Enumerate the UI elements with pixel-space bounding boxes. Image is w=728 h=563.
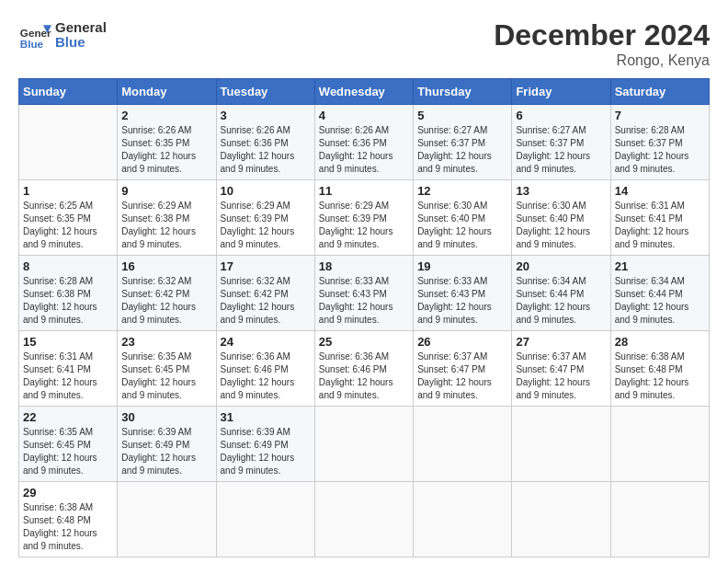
day-info: Sunrise: 6:26 AMSunset: 6:36 PMDaylight:… (319, 124, 409, 176)
day-info: Sunrise: 6:39 AMSunset: 6:49 PMDaylight:… (121, 426, 211, 477)
day-number: 26 (417, 335, 507, 349)
day-info: Sunrise: 6:26 AMSunset: 6:35 PMDaylight:… (121, 124, 211, 176)
day-number: 29 (23, 486, 113, 500)
day-info: Sunrise: 6:31 AMSunset: 6:41 PMDaylight:… (615, 200, 705, 251)
day-number: 9 (121, 184, 211, 198)
col-wednesday: Wednesday (314, 79, 413, 105)
day-number: 11 (319, 184, 409, 198)
calendar-cell: 14Sunrise: 6:31 AMSunset: 6:41 PMDayligh… (610, 180, 709, 256)
calendar-cell: 31Sunrise: 6:39 AMSunset: 6:49 PMDayligh… (216, 407, 314, 482)
logo: General Blue General Blue (18, 18, 107, 52)
calendar-cell (512, 482, 610, 557)
day-number: 4 (319, 109, 409, 122)
col-saturday: Saturday (610, 79, 709, 105)
calendar-cell: 22Sunrise: 6:35 AMSunset: 6:45 PMDayligh… (19, 407, 118, 482)
day-info: Sunrise: 6:31 AMSunset: 6:41 PMDaylight:… (23, 350, 113, 402)
calendar-cell: 9Sunrise: 6:29 AMSunset: 6:38 PMDaylight… (118, 180, 216, 256)
day-info: Sunrise: 6:34 AMSunset: 6:44 PMDaylight:… (516, 275, 606, 327)
location: Rongo, Kenya (494, 52, 710, 69)
calendar-row: 22Sunrise: 6:35 AMSunset: 6:45 PMDayligh… (19, 407, 710, 482)
day-number: 23 (121, 335, 211, 349)
page-header: General Blue General Blue December 2024 … (18, 18, 710, 69)
calendar-cell: 15Sunrise: 6:31 AMSunset: 6:41 PMDayligh… (19, 331, 118, 407)
day-info: Sunrise: 6:29 AMSunset: 6:39 PMDaylight:… (319, 200, 409, 251)
day-info: Sunrise: 6:38 AMSunset: 6:48 PMDaylight:… (615, 350, 705, 402)
day-info: Sunrise: 6:30 AMSunset: 6:40 PMDaylight:… (417, 200, 507, 251)
day-number: 6 (516, 109, 606, 122)
day-info: Sunrise: 6:37 AMSunset: 6:47 PMDaylight:… (417, 350, 507, 402)
title-area: December 2024 Rongo, Kenya (494, 18, 710, 69)
day-number: 1 (23, 184, 113, 198)
day-number: 25 (319, 335, 409, 349)
calendar-cell (610, 482, 709, 557)
col-sunday: Sunday (19, 79, 118, 105)
calendar-cell (414, 407, 512, 482)
day-info: Sunrise: 6:35 AMSunset: 6:45 PMDaylight:… (121, 350, 211, 402)
day-info: Sunrise: 6:29 AMSunset: 6:39 PMDaylight:… (221, 200, 311, 251)
header-row: Sunday Monday Tuesday Wednesday Thursday… (19, 79, 710, 105)
day-number: 15 (23, 335, 113, 349)
calendar-table: Sunday Monday Tuesday Wednesday Thursday… (18, 78, 710, 557)
day-number: 24 (221, 335, 311, 349)
calendar-cell: 2Sunrise: 6:26 AMSunset: 6:35 PMDaylight… (118, 105, 216, 180)
calendar-cell: 10Sunrise: 6:29 AMSunset: 6:39 PMDayligh… (216, 180, 314, 256)
calendar-row: 1Sunrise: 6:25 AMSunset: 6:35 PMDaylight… (19, 180, 710, 256)
day-info: Sunrise: 6:35 AMSunset: 6:45 PMDaylight:… (23, 426, 113, 477)
day-info: Sunrise: 6:30 AMSunset: 6:40 PMDaylight:… (516, 200, 606, 251)
day-number: 16 (121, 259, 211, 273)
calendar-cell: 4Sunrise: 6:26 AMSunset: 6:36 PMDaylight… (314, 105, 413, 180)
day-info: Sunrise: 6:37 AMSunset: 6:47 PMDaylight:… (516, 350, 606, 402)
col-tuesday: Tuesday (216, 79, 314, 105)
day-number: 22 (23, 410, 113, 424)
day-number: 28 (615, 335, 705, 349)
calendar-cell: 8Sunrise: 6:28 AMSunset: 6:38 PMDaylight… (19, 256, 118, 331)
calendar-cell: 11Sunrise: 6:29 AMSunset: 6:39 PMDayligh… (314, 180, 413, 256)
day-info: Sunrise: 6:36 AMSunset: 6:46 PMDaylight:… (221, 350, 311, 402)
day-info: Sunrise: 6:32 AMSunset: 6:42 PMDaylight:… (221, 275, 311, 327)
calendar-cell: 17Sunrise: 6:32 AMSunset: 6:42 PMDayligh… (216, 256, 314, 331)
calendar-cell (19, 105, 118, 180)
calendar-cell (216, 482, 314, 557)
day-number: 2 (121, 109, 211, 122)
calendar-cell: 23Sunrise: 6:35 AMSunset: 6:45 PMDayligh… (118, 331, 216, 407)
day-number: 17 (221, 259, 311, 273)
col-monday: Monday (118, 79, 216, 105)
day-info: Sunrise: 6:38 AMSunset: 6:48 PMDaylight:… (23, 501, 113, 553)
day-number: 5 (417, 109, 507, 122)
calendar-cell: 25Sunrise: 6:36 AMSunset: 6:46 PMDayligh… (314, 331, 413, 407)
day-info: Sunrise: 6:25 AMSunset: 6:35 PMDaylight:… (23, 200, 113, 251)
calendar-cell (512, 407, 610, 482)
calendar-row: 15Sunrise: 6:31 AMSunset: 6:41 PMDayligh… (19, 331, 710, 407)
calendar-cell (118, 482, 216, 557)
day-number: 10 (221, 184, 311, 198)
calendar-cell: 28Sunrise: 6:38 AMSunset: 6:48 PMDayligh… (610, 331, 709, 407)
day-info: Sunrise: 6:33 AMSunset: 6:43 PMDaylight:… (319, 275, 409, 327)
calendar-cell: 7Sunrise: 6:28 AMSunset: 6:37 PMDaylight… (610, 105, 709, 180)
day-info: Sunrise: 6:39 AMSunset: 6:49 PMDaylight:… (221, 426, 311, 477)
day-number: 19 (417, 259, 507, 273)
calendar-cell: 26Sunrise: 6:37 AMSunset: 6:47 PMDayligh… (414, 331, 512, 407)
day-info: Sunrise: 6:27 AMSunset: 6:37 PMDaylight:… (516, 124, 606, 176)
day-number: 3 (221, 109, 311, 122)
day-number: 13 (516, 184, 606, 198)
col-friday: Friday (512, 79, 610, 105)
day-number: 21 (615, 259, 705, 273)
calendar-cell: 27Sunrise: 6:37 AMSunset: 6:47 PMDayligh… (512, 331, 610, 407)
calendar-cell: 19Sunrise: 6:33 AMSunset: 6:43 PMDayligh… (414, 256, 512, 331)
calendar-cell: 20Sunrise: 6:34 AMSunset: 6:44 PMDayligh… (512, 256, 610, 331)
logo-text: General Blue (55, 20, 107, 51)
day-info: Sunrise: 6:32 AMSunset: 6:42 PMDaylight:… (121, 275, 211, 327)
day-number: 31 (221, 410, 311, 424)
col-thursday: Thursday (414, 79, 512, 105)
calendar-cell: 3Sunrise: 6:26 AMSunset: 6:36 PMDaylight… (216, 105, 314, 180)
calendar-cell: 13Sunrise: 6:30 AMSunset: 6:40 PMDayligh… (512, 180, 610, 256)
calendar-cell: 21Sunrise: 6:34 AMSunset: 6:44 PMDayligh… (610, 256, 709, 331)
calendar-cell: 29Sunrise: 6:38 AMSunset: 6:48 PMDayligh… (19, 482, 118, 557)
calendar-row: 29Sunrise: 6:38 AMSunset: 6:48 PMDayligh… (19, 482, 710, 557)
day-number: 30 (121, 410, 211, 424)
calendar-cell: 16Sunrise: 6:32 AMSunset: 6:42 PMDayligh… (118, 256, 216, 331)
day-number: 7 (615, 109, 705, 122)
calendar-cell (610, 407, 709, 482)
calendar-cell: 24Sunrise: 6:36 AMSunset: 6:46 PMDayligh… (216, 331, 314, 407)
day-info: Sunrise: 6:28 AMSunset: 6:38 PMDaylight:… (23, 275, 113, 327)
